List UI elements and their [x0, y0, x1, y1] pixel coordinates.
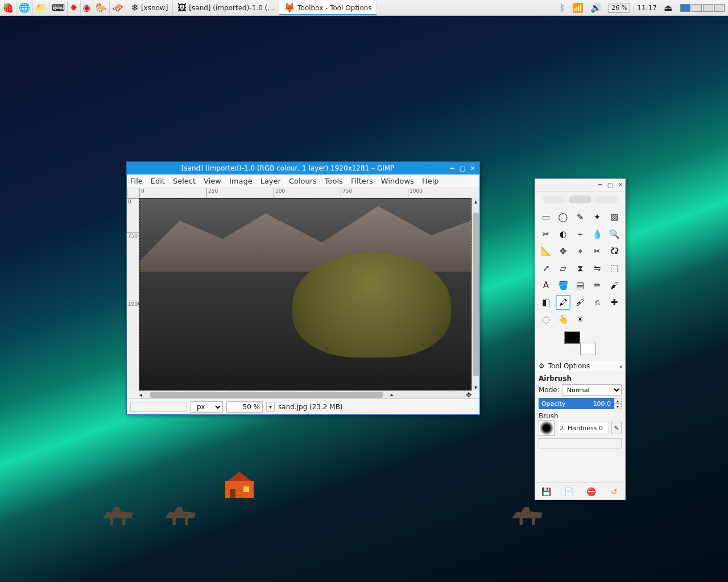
tool-blur[interactable]: ◌	[539, 312, 553, 327]
clock[interactable]: 11:17	[634, 1, 660, 15]
brush-select[interactable]: 2. Hardness 0	[557, 422, 609, 434]
delete-preset-icon[interactable]: ⛔	[585, 485, 598, 498]
maximize-button[interactable]: ▢	[458, 164, 467, 172]
menu-icon[interactable]: 🍓	[0, 1, 16, 15]
xsnow-reindeer	[165, 502, 196, 525]
toolbox-header-icon	[535, 192, 625, 207]
app-icon-4[interactable]: 🛷	[110, 1, 126, 15]
tool-options-header[interactable]: ⚙ Tool Options ◂	[535, 360, 625, 372]
scrollbar-horizontal[interactable]: ◂▸ ✥	[139, 390, 471, 398]
save-preset-icon[interactable]: 💾	[540, 485, 553, 498]
tool-pencil[interactable]: ✏	[590, 278, 605, 293]
restore-preset-icon[interactable]: 📄	[562, 485, 575, 498]
volume-icon[interactable]: 🔊	[587, 1, 605, 15]
close-button[interactable]: ✕	[468, 164, 477, 172]
tool-dodge[interactable]: ☀	[573, 312, 588, 327]
opacity-up[interactable]: ▴	[614, 398, 622, 404]
menu-colours[interactable]: Colours	[289, 177, 317, 185]
tool-shear[interactable]: ▱	[556, 261, 570, 276]
detach-icon[interactable]: ◂	[619, 363, 622, 369]
bluetooth-icon[interactable]: ᛒ	[556, 1, 569, 15]
workspace-switcher[interactable]	[676, 1, 728, 15]
titlebar[interactable]: [sand] (imported)-1.0 (RGB colour, 1 lay…	[127, 162, 479, 174]
tool-heal[interactable]: ✚	[607, 295, 622, 310]
workspace-3[interactable]	[703, 4, 713, 12]
app-icon-3[interactable]: 🐎	[93, 1, 110, 15]
tool-scale[interactable]: ⤢	[539, 261, 553, 276]
battery-indicator[interactable]: 26 %	[605, 1, 634, 15]
statusbar: px ▾ sand.jpg (23.2 MB)	[127, 398, 479, 414]
tool-free-select[interactable]: ✎	[573, 210, 588, 225]
tool-rect-select[interactable]: ▭	[539, 210, 553, 225]
tool-scissors[interactable]: ✂	[539, 227, 553, 242]
fg-color-swatch[interactable]	[564, 331, 580, 344]
menu-tools[interactable]: Tools	[325, 177, 343, 185]
app-icon-2[interactable]: ◉	[81, 1, 94, 15]
close-button[interactable]: ✕	[616, 181, 625, 189]
menu-windows[interactable]: Windows	[381, 177, 414, 185]
tool-crop[interactable]: ✂	[590, 244, 605, 259]
wifi-icon[interactable]: 📶	[569, 1, 587, 15]
tool-align[interactable]: ⌖	[573, 244, 588, 259]
reset-preset-icon[interactable]: ↺	[607, 485, 620, 498]
tool-text[interactable]: A	[539, 278, 553, 293]
tool-smudge[interactable]: 👆	[556, 312, 570, 327]
taskbar-app-gimp-toolbox[interactable]: 🦊Toolbox - Tool Options	[279, 1, 377, 15]
menu-file[interactable]: File	[130, 177, 143, 185]
maximize-button[interactable]: ▢	[606, 181, 615, 189]
app-icon-1[interactable]: ✹	[68, 1, 80, 15]
menu-select[interactable]: Select	[173, 177, 196, 185]
brush-preview[interactable]	[539, 420, 555, 436]
tool-flip[interactable]: ⇋	[590, 261, 605, 276]
tool-fuzzy-select[interactable]: ✦	[590, 210, 605, 225]
tool-move[interactable]: ✥	[556, 244, 570, 259]
tool-airbrush[interactable]: 🖍	[556, 295, 570, 310]
menu-filters[interactable]: Filters	[351, 177, 373, 185]
tool-foreground-select[interactable]: ◐	[556, 227, 570, 242]
menu-view[interactable]: View	[204, 177, 221, 185]
fg-bg-color[interactable]	[564, 331, 596, 355]
menu-image[interactable]: Image	[229, 177, 253, 185]
bg-color-swatch[interactable]	[580, 343, 596, 355]
tool-eraser[interactable]: ◧	[539, 295, 553, 310]
toolbox-titlebar[interactable]: ━ ▢ ✕	[535, 179, 625, 192]
opacity-down[interactable]: ▾	[614, 404, 622, 409]
brush-edit-icon[interactable]: ✎	[611, 422, 622, 434]
tool-paintbrush[interactable]: 🖌	[607, 278, 622, 293]
scrollbar-vertical[interactable]: ▴▾	[471, 198, 479, 390]
tool-bucket-fill[interactable]: 🪣	[556, 278, 570, 293]
eject-icon[interactable]: ⏏	[660, 1, 676, 15]
tool-ellipse-select[interactable]: ◯	[556, 210, 570, 225]
zoom-dropdown-icon[interactable]: ▾	[266, 402, 275, 411]
tool-measure[interactable]: 📐	[539, 244, 553, 259]
menu-edit[interactable]: Edit	[151, 177, 165, 185]
workspace-4[interactable]	[714, 4, 725, 12]
tool-cage[interactable]: ⬚	[607, 261, 622, 276]
menu-help[interactable]: Help	[422, 177, 439, 185]
web-browser-icon[interactable]: 🌐	[16, 1, 33, 15]
minimize-button[interactable]: ━	[448, 164, 457, 172]
opacity-slider[interactable]: Opacity 100.0	[539, 398, 614, 409]
taskbar-app-xsnow[interactable]: ❄[xsnow]	[126, 1, 173, 15]
zoom-input[interactable]	[226, 401, 263, 413]
tool-zoom[interactable]: 🔍	[607, 227, 622, 242]
brush-size-slider[interactable]	[539, 438, 622, 448]
menu-layer[interactable]: Layer	[260, 177, 281, 185]
tool-paths[interactable]: ⌁	[573, 227, 588, 242]
unit-select[interactable]: px	[191, 401, 223, 413]
tool-by-color-select[interactable]: ▨	[607, 210, 622, 225]
tool-color-picker[interactable]: 💧	[590, 227, 605, 242]
taskbar-app-gimp-image[interactable]: 🖼[sand] (imported)-1.0 (…	[173, 1, 279, 15]
tool-gradient[interactable]: ▤	[573, 278, 588, 293]
workspace-2[interactable]	[692, 4, 702, 12]
minimize-button[interactable]: ━	[595, 181, 605, 189]
file-manager-icon[interactable]: 📁	[33, 1, 49, 15]
tool-clone[interactable]: ⎌	[590, 295, 605, 310]
tool-perspective[interactable]: ⧗	[573, 261, 588, 276]
canvas[interactable]	[139, 198, 471, 390]
terminal-icon[interactable]: ⌨	[49, 1, 68, 15]
workspace-1[interactable]	[680, 4, 690, 12]
mode-select[interactable]: Normal	[562, 384, 622, 396]
tool-rotate[interactable]: 🗘	[607, 244, 622, 259]
tool-ink[interactable]: 🖋	[573, 295, 588, 310]
